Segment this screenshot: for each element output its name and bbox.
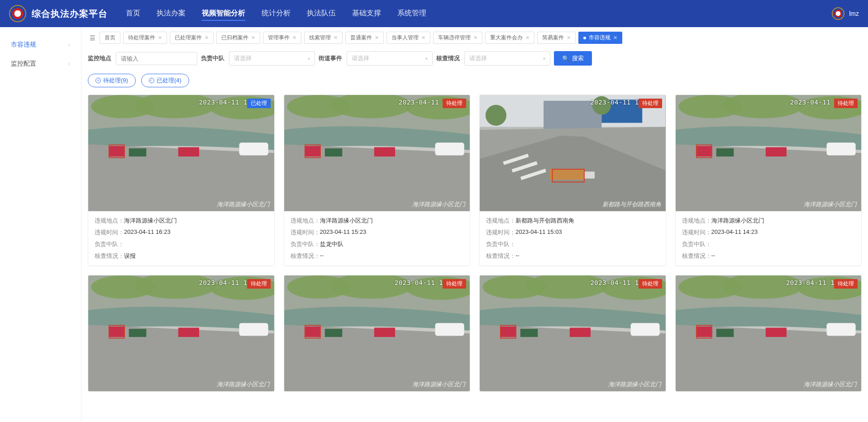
close-icon[interactable]: ✕ [158, 35, 162, 41]
collapse-sidebar-icon[interactable]: ☰ [88, 34, 97, 42]
violation-card[interactable]: 2023-04-11 16待处理海洋路源缘小区北门 [479, 275, 666, 392]
page-tab[interactable]: 已归档案件✕ [216, 32, 260, 44]
field-label: 核查情况 [291, 252, 320, 260]
field-value: 2023-04-11 15:23 [320, 228, 367, 237]
card-field-row: 违规时间2023-04-11 14:23 [682, 228, 855, 237]
close-icon[interactable]: ✕ [375, 35, 379, 41]
done-filter-button[interactable]: 已处理(4) [141, 74, 189, 87]
page-tab[interactable]: 简易案件✕ [537, 32, 576, 44]
tabs-row: ☰ 首页待处理案件✕已处理案件✕已归档案件✕管理事件✕线索管理✕普通案件✕当事人… [88, 27, 862, 48]
card-field-row: 负责中队 [682, 240, 855, 248]
field-label: 核查情况 [486, 252, 515, 260]
field-value: 新都路与开创路西南角 [515, 217, 574, 225]
close-icon[interactable]: ✕ [613, 35, 617, 41]
search-button-label: 搜索 [572, 54, 584, 62]
status-badge: 待处理 [639, 279, 662, 289]
violation-card[interactable]: 2023-04-11 15待处理新都路与开创路西南角违规地点新都路与开创路西南角… [479, 95, 666, 266]
close-icon[interactable]: ✕ [421, 35, 425, 41]
check-filter-label: 核查情况 [436, 54, 460, 62]
page-tab-label: 车辆违停管理 [438, 34, 471, 42]
main-content: ☰ 首页待处理案件✕已处理案件✕已归档案件✕管理事件✕线索管理✕普通案件✕当事人… [81, 27, 868, 422]
location-input[interactable] [116, 52, 197, 65]
field-label: 负责中队 [95, 240, 124, 248]
violation-card[interactable]: 2023-04-11 16待处理海洋路源缘小区北门 [284, 275, 471, 392]
check-circle-icon [149, 78, 154, 83]
close-icon[interactable]: ✕ [473, 35, 477, 41]
page-tab[interactable]: 当事人管理✕ [386, 32, 430, 44]
violation-card[interactable]: 2023-04-11 1待处理海洋路源缘小区北门违规地点海洋路源缘小区北门违规时… [284, 95, 471, 266]
close-icon[interactable]: ✕ [525, 35, 529, 41]
team-select[interactable]: 请选择 ▾ [229, 51, 315, 66]
card-thumbnail: 2023-04-11 16待处理海洋路源缘小区北门 [284, 275, 470, 392]
page-tab[interactable]: 重大案件会办✕ [485, 32, 534, 44]
field-label: 负责中队 [291, 240, 320, 248]
field-label: 违规地点 [95, 217, 124, 225]
page-tab[interactable]: 线索管理✕ [304, 32, 343, 44]
sidebar-item[interactable]: 市容违规› [0, 35, 81, 54]
page-tab-label: 普通案件 [350, 34, 372, 42]
page-tab[interactable]: 管理事件✕ [263, 32, 301, 44]
card-thumbnail: 2023-04-11 15待处理新都路与开创路西南角 [480, 95, 666, 211]
card-field-row: 违规时间2023-04-11 15:03 [486, 228, 659, 237]
chevron-down-icon: ▾ [425, 56, 428, 61]
page-tab-label: 简易案件 [542, 34, 564, 42]
card-thumbnail: 2023-04-11 16已处理海洋路源缘小区北门 [88, 95, 274, 211]
page-tab-label: 待处理案件 [128, 34, 155, 42]
field-value: -- [320, 252, 324, 260]
card-body: 违规地点新都路与开创路西南角违规时间2023-04-11 15:03负责中队核查… [480, 211, 666, 266]
top-nav-item[interactable]: 首页 [126, 7, 140, 21]
violation-card[interactable]: 2023-04-11 16待处理海洋路源缘小区北门 [675, 275, 862, 392]
card-field-row: 违规地点海洋路源缘小区北门 [682, 217, 855, 225]
page-tab-label: 当事人管理 [391, 34, 419, 42]
check-select[interactable]: 请选择 ▾ [464, 51, 550, 66]
filter-row: 监控地点 负责中队 请选择 ▾ 街道事件 请选择 ▾ 核查情况 请选择 ▾ 🔍 … [88, 48, 862, 72]
violation-card[interactable]: 2023-04-11 16待处理海洋路源缘小区北门 [88, 275, 275, 392]
close-icon[interactable]: ✕ [567, 35, 571, 41]
overlay-location: 海洋路源缘小区北门 [804, 380, 857, 389]
page-tab[interactable]: 市容违规✕ [578, 32, 622, 44]
pending-filter-button[interactable]: 待处理(9) [88, 74, 136, 87]
close-icon[interactable]: ✕ [205, 35, 209, 41]
page-tab[interactable]: 待处理案件✕ [123, 32, 167, 44]
page-tab[interactable]: 车辆违停管理✕ [433, 32, 482, 44]
card-field-row: 核查情况-- [291, 252, 464, 260]
card-grid: 2023-04-11 16已处理海洋路源缘小区北门违规地点海洋路源缘小区北门违规… [88, 95, 862, 392]
card-field-row: 违规地点海洋路源缘小区北门 [291, 217, 464, 225]
card-field-row: 核查情况误报 [95, 252, 268, 260]
close-icon[interactable]: ✕ [251, 35, 255, 41]
search-icon: 🔍 [562, 55, 569, 62]
top-nav-item[interactable]: 系统管理 [397, 7, 426, 21]
app-title: 综合执法办案平台 [32, 8, 108, 20]
page-tab-label: 首页 [105, 34, 115, 42]
top-nav-item[interactable]: 统计分析 [262, 7, 291, 21]
status-badge: 待处理 [834, 99, 858, 108]
field-label: 违规地点 [486, 217, 515, 225]
field-value: -- [711, 252, 715, 260]
street-select[interactable]: 请选择 ▾ [347, 51, 433, 66]
page-tab[interactable]: 普通案件✕ [345, 32, 384, 44]
search-button[interactable]: 🔍 搜索 [554, 51, 592, 66]
sidebar-item[interactable]: 监控配置› [0, 54, 81, 73]
page-tab[interactable]: 首页 [100, 32, 120, 44]
close-icon[interactable]: ✕ [334, 35, 338, 41]
field-label: 核查情况 [682, 252, 711, 260]
status-badge: 待处理 [247, 279, 271, 289]
field-label: 负责中队 [486, 240, 515, 248]
close-icon[interactable]: ✕ [292, 35, 296, 41]
top-nav-item[interactable]: 视频智能分析 [202, 7, 245, 21]
violation-card[interactable]: 2023-04-11 16已处理海洋路源缘小区北门违规地点海洋路源缘小区北门违规… [88, 95, 275, 266]
user-area[interactable]: lmz [832, 7, 859, 20]
check-select-placeholder: 请选择 [469, 54, 487, 62]
top-nav-item[interactable]: 基础支撑 [352, 7, 381, 21]
field-label: 违规地点 [291, 217, 320, 225]
timestamp-overlay: 2023-04-11 16 [284, 279, 448, 286]
top-nav-item[interactable]: 执法队伍 [307, 7, 336, 21]
page-tab-label: 管理事件 [268, 34, 290, 42]
top-nav-item[interactable]: 执法办案 [157, 7, 186, 21]
active-dot-icon [583, 37, 586, 39]
field-value: 误报 [124, 252, 136, 260]
card-field-row: 违规时间2023-04-11 16:23 [95, 228, 268, 237]
violation-card[interactable]: 2023-04-11 1待处理海洋路源缘小区北门违规地点海洋路源缘小区北门违规时… [675, 95, 862, 266]
page-tab[interactable]: 已处理案件✕ [170, 32, 214, 44]
user-name: lmz [849, 10, 859, 17]
